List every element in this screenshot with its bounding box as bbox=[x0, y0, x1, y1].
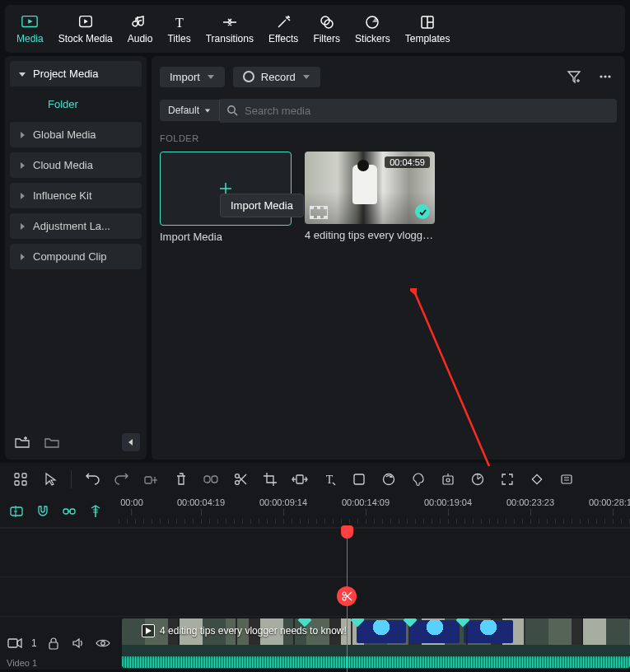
svg-line-52 bbox=[478, 477, 481, 479]
sidebar-folder[interactable]: Folder bbox=[10, 91, 142, 117]
speed-reverse-icon[interactable] bbox=[375, 466, 403, 492]
chevron-down-icon bbox=[302, 72, 310, 81]
svg-rect-45 bbox=[354, 474, 364, 484]
nav-label: Audio bbox=[128, 33, 153, 44]
media-icon bbox=[21, 14, 39, 30]
chevron-down-icon bbox=[204, 107, 211, 114]
sidebar-influence-kit[interactable]: Influence Kit bbox=[10, 183, 142, 208]
svg-rect-48 bbox=[443, 476, 453, 484]
track-label: Video 1 bbox=[7, 658, 37, 668]
sidebar-compound-clip[interactable]: Compound Clip bbox=[10, 244, 142, 269]
record-button[interactable]: Record bbox=[233, 67, 320, 87]
sidebar-label: Influence Kit bbox=[33, 189, 92, 202]
svg-text:T: T bbox=[175, 16, 184, 30]
svg-marker-14 bbox=[21, 193, 25, 199]
visibility-track-icon[interactable] bbox=[95, 635, 111, 651]
expand-icon[interactable] bbox=[493, 466, 521, 492]
crop-icon[interactable] bbox=[256, 466, 284, 492]
chevron-left-icon bbox=[127, 438, 135, 446]
clip-tile-label: 4 editing tips every vlogger ... bbox=[305, 229, 435, 241]
sidebar-label: Adjustment La... bbox=[33, 220, 110, 232]
cursor-tool-icon[interactable] bbox=[36, 466, 64, 492]
sidebar-cloud-media[interactable]: Cloud Media bbox=[10, 152, 142, 178]
timeline-clip[interactable]: 4 editing tips every vlogger needs to kn… bbox=[122, 618, 630, 668]
svg-marker-12 bbox=[21, 132, 25, 138]
nav-stock-media[interactable]: Stock Media bbox=[52, 11, 119, 48]
settings-more-icon[interactable] bbox=[553, 466, 581, 492]
svg-rect-54 bbox=[532, 474, 541, 483]
grid-view-icon[interactable] bbox=[7, 466, 35, 492]
sidebar-label: Cloud Media bbox=[33, 159, 93, 171]
speed-ramp-icon[interactable] bbox=[464, 466, 492, 492]
auto-ripple-icon[interactable] bbox=[7, 502, 26, 521]
nav-label: Filters bbox=[313, 33, 340, 44]
svg-point-67 bbox=[100, 642, 105, 646]
timeline[interactable]: 00:0000:00:04:1900:00:09:1400:00:14:0900… bbox=[0, 496, 630, 672]
nav-transitions[interactable]: Transitions bbox=[199, 11, 260, 48]
new-folder-plus-icon[interactable] bbox=[12, 432, 33, 453]
clip-waveform bbox=[122, 656, 630, 668]
filter-icon[interactable] bbox=[562, 65, 586, 88]
ruler-tick: 00:00 bbox=[120, 497, 143, 516]
sidebar-global-media[interactable]: Global Media bbox=[10, 122, 142, 147]
nav-templates[interactable]: Templates bbox=[399, 11, 457, 48]
nav-titles[interactable]: T Titles bbox=[161, 11, 197, 48]
keyframe-icon[interactable] bbox=[523, 466, 551, 492]
svg-line-44 bbox=[333, 483, 335, 485]
playhead-cut-icon[interactable] bbox=[337, 586, 357, 606]
svg-point-26 bbox=[228, 106, 235, 113]
mute-track-icon[interactable] bbox=[70, 635, 86, 651]
import-button[interactable]: Import bbox=[160, 67, 225, 87]
playhead[interactable] bbox=[347, 527, 348, 672]
split-icon[interactable] bbox=[226, 466, 254, 492]
nav-audio[interactable]: Audio bbox=[121, 11, 160, 48]
nav-stickers[interactable]: Stickers bbox=[348, 11, 397, 48]
nav-effects[interactable]: Effects bbox=[262, 11, 305, 48]
lock-track-icon[interactable] bbox=[45, 635, 62, 651]
audio-icon bbox=[131, 14, 149, 30]
nav-media[interactable]: Media bbox=[10, 11, 50, 48]
search-media-input[interactable] bbox=[220, 99, 617, 123]
marker-add-icon[interactable] bbox=[138, 466, 166, 492]
video-track-1[interactable]: 1 Video 1 bbox=[0, 616, 630, 669]
ruler-tick: 00:00:04:19 bbox=[177, 497, 225, 516]
filters-icon bbox=[318, 14, 336, 30]
nav-label: Templates bbox=[405, 33, 450, 44]
delete-icon[interactable] bbox=[167, 466, 195, 492]
track-index: 1 bbox=[31, 637, 37, 649]
chroma-key-icon[interactable] bbox=[434, 466, 462, 492]
time-ruler[interactable]: 00:0000:00:04:1900:00:09:1400:00:14:0900… bbox=[119, 496, 630, 527]
ruler-tick: 00:00:14:09 bbox=[342, 497, 390, 516]
collapse-sidebar-button[interactable] bbox=[122, 433, 140, 451]
link-all-icon[interactable] bbox=[59, 502, 79, 521]
sidebar-project-media[interactable]: Project Media bbox=[10, 61, 142, 86]
sidebar-adjustment-layer[interactable]: Adjustment La... bbox=[10, 213, 142, 239]
text-tool-icon[interactable]: T bbox=[315, 466, 343, 492]
svg-rect-38 bbox=[204, 476, 210, 483]
new-folder-icon[interactable] bbox=[41, 432, 63, 453]
color-picker-icon[interactable] bbox=[404, 466, 432, 492]
svg-rect-32 bbox=[22, 474, 26, 478]
import-media-tile[interactable]: Import Media Import Media bbox=[160, 152, 290, 243]
more-options-icon[interactable] bbox=[594, 65, 617, 88]
media-clip-tile[interactable]: 00:04:59 4 editing tips every vlogger ..… bbox=[305, 152, 435, 243]
camera-track-icon[interactable] bbox=[7, 635, 23, 651]
svg-point-41 bbox=[236, 481, 240, 485]
annotation-arrow bbox=[410, 288, 492, 469]
import-tile-label: Import Media bbox=[160, 231, 290, 243]
playhead-grip-icon[interactable] bbox=[341, 525, 353, 539]
svg-rect-42 bbox=[296, 475, 303, 483]
magnet-icon[interactable] bbox=[33, 502, 53, 521]
nav-filters[interactable]: Filters bbox=[306, 11, 347, 48]
frame-hold-icon[interactable] bbox=[345, 466, 373, 492]
svg-rect-55 bbox=[562, 475, 572, 483]
sidebar-label: Compound Clip bbox=[33, 250, 107, 263]
marker-view-icon[interactable] bbox=[86, 502, 105, 521]
svg-line-30 bbox=[415, 293, 489, 466]
redo-icon[interactable] bbox=[108, 466, 136, 492]
fit-clip-icon[interactable] bbox=[286, 466, 314, 492]
link-toggle-icon[interactable] bbox=[197, 466, 225, 492]
undo-icon[interactable] bbox=[78, 466, 106, 492]
import-media-tooltip: Import Media bbox=[220, 194, 304, 217]
sort-select[interactable]: Default bbox=[160, 100, 220, 121]
